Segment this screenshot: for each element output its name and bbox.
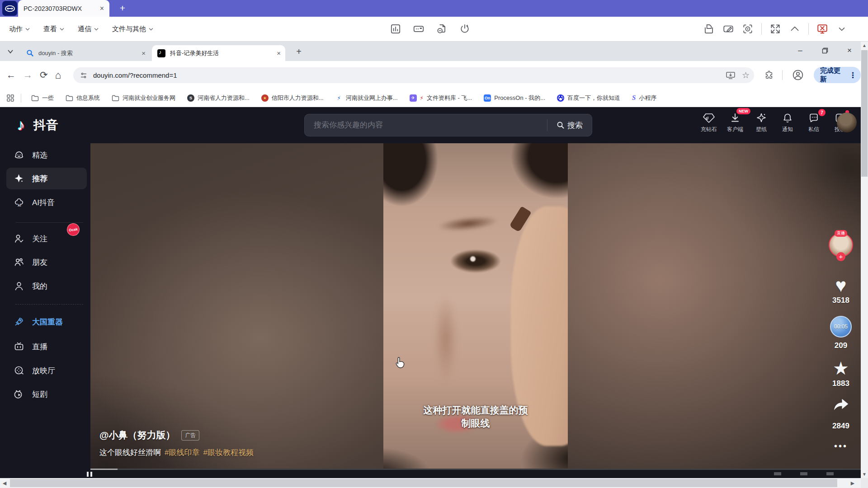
bookmark-link[interactable]: S河南省人力资源和... (184, 94, 253, 102)
scroll-down-arrow-icon[interactable]: ▼ (861, 470, 868, 478)
ad-countdown-button[interactable]: 00:05 (828, 316, 854, 338)
action-client[interactable]: NEW 客户端 (725, 112, 745, 133)
emblem-favicon-icon: ★ (261, 94, 269, 102)
video-player[interactable]: 这种打开就能直接盖的预 制眼线 (383, 143, 568, 469)
scroll-left-arrow-icon[interactable]: ◀ (0, 478, 9, 488)
reload-button[interactable]: ⟳ (40, 70, 48, 80)
scroll-right-arrow-icon[interactable]: ▶ (848, 478, 857, 488)
action-messages[interactable]: 7 私信 (804, 112, 824, 133)
bookmark-link[interactable]: 百度一下，你就知道 (553, 94, 624, 102)
sidebar-item-shorts[interactable]: 短剧 (14, 384, 88, 404)
file-box-icon[interactable] (703, 23, 715, 35)
file-transfer-icon[interactable] (436, 23, 448, 35)
window-close-button[interactable]: × (838, 42, 861, 60)
forward-button[interactable]: → (23, 70, 33, 80)
window-restore-button[interactable] (814, 42, 836, 60)
restart-icon[interactable] (459, 23, 471, 35)
tab-close-icon[interactable]: × (277, 49, 281, 57)
menu-files-extras[interactable]: 文件与其他 (112, 25, 153, 33)
install-app-icon[interactable] (726, 71, 736, 80)
remote-keyboard-icon[interactable] (413, 23, 425, 35)
new-tab-button[interactable]: + (293, 46, 305, 57)
diamond-icon (703, 113, 715, 123)
annotate-icon[interactable] (722, 23, 734, 35)
bookmark-link[interactable]: ⚡河南就业网上办事... (332, 94, 401, 102)
more-options-button[interactable]: ••• (828, 441, 854, 450)
bookmark-link[interactable]: OnProcessOn - 我的... (480, 94, 549, 102)
player-right-controls[interactable] (774, 472, 834, 475)
processon-favicon-icon: On (484, 94, 491, 102)
performance-chart-icon[interactable] (390, 23, 401, 35)
bookmark-folder[interactable]: 一些 (28, 94, 57, 102)
user-avatar[interactable] (837, 113, 857, 132)
extensions-icon[interactable] (764, 70, 774, 80)
sidebar-item-friends[interactable]: 朋友 (14, 252, 88, 272)
bookmark-link[interactable]: ✈⚡文件资料库 - 飞... (406, 94, 476, 102)
site-info-icon[interactable] (80, 71, 88, 80)
horizontal-scrollbar[interactable]: ◀ ▶ (0, 478, 868, 488)
sidebar-item-daguozhongqi[interactable]: 大国重器 (14, 312, 88, 332)
back-button[interactable]: ← (6, 70, 16, 80)
share-button[interactable] (828, 396, 854, 412)
session-tab[interactable]: PC-20230703RDWX × (18, 0, 109, 17)
action-recharge[interactable]: 充钻石 (699, 112, 719, 133)
tab-search-button[interactable] (5, 46, 16, 57)
douyin-brand[interactable]: ♪♪♪ 抖音 (17, 116, 59, 134)
follow-icon (14, 233, 24, 244)
bookmark-link[interactable]: ★信阳市人力资源和... (258, 94, 327, 102)
video-feed[interactable]: 这种打开就能直接盖的预 制眼线 @小鼻（努力版） 广告 这个眼线好丝滑啊#眼线印… (90, 143, 861, 469)
close-session-icon[interactable] (816, 23, 828, 35)
sidebar-item-live[interactable]: 直播 (14, 337, 88, 357)
session-options-chevron-icon[interactable] (836, 23, 848, 35)
bookmark-folder[interactable]: 河南就业创业服务网 (108, 94, 179, 102)
comment-count: 209 (828, 341, 854, 350)
browser-tab-douyin-search[interactable]: douyin - 搜索 × (21, 45, 150, 61)
home-button[interactable]: ⌂ (55, 69, 61, 81)
menu-communicate[interactable]: 通信 (78, 25, 99, 33)
url-text[interactable]: douyin.com/?recommend=1 (93, 71, 726, 79)
follow-plus-button[interactable]: + (836, 252, 845, 261)
bookmark-star-icon[interactable]: ☆ (742, 70, 750, 80)
sidebar-item-mine[interactable]: 我的 (14, 276, 88, 296)
action-notifications[interactable]: 通知 (778, 112, 797, 133)
sidebar-item-recommend[interactable]: 推荐 (14, 169, 88, 188)
like-button[interactable]: ♥ (828, 276, 854, 295)
menu-view[interactable]: 查看 (43, 25, 64, 33)
video-author[interactable]: @小鼻（努力版） (99, 429, 175, 441)
chrome-update-chip[interactable]: 完成更新 ⋮ (814, 67, 861, 83)
hashtag-link[interactable]: #眼线印章 (165, 448, 199, 457)
action-wallpaper[interactable]: 壁纸 (751, 112, 771, 133)
vertical-scrollbar-thumb[interactable] (861, 50, 868, 177)
globe-favicon-icon: S (187, 94, 194, 102)
video-progress-track[interactable] (90, 469, 861, 470)
new-session-button[interactable]: + (116, 1, 129, 15)
bookmark-folder[interactable]: 信息系统 (62, 94, 104, 102)
scroll-up-arrow-icon[interactable]: ▲ (861, 42, 868, 49)
sidebar-item-following[interactable]: 关注 Ocak (14, 229, 88, 249)
bookmark-link[interactable]: S小程序 (628, 94, 660, 102)
sidebar-item-cinema[interactable]: 放映厅 (14, 361, 88, 380)
window-minimize-button[interactable]: – (789, 42, 811, 60)
fullscreen-icon[interactable] (769, 23, 781, 35)
rail-author-avatar[interactable]: 直播 + (828, 233, 854, 257)
horizontal-scrollbar-thumb[interactable] (10, 479, 837, 487)
menu-actions[interactable]: 动作 (9, 25, 30, 33)
search-input[interactable] (305, 121, 547, 130)
screenshot-icon[interactable] (742, 23, 754, 35)
sidebar-item-ai-douyin[interactable]: AI AI抖音 (14, 192, 88, 212)
url-bar[interactable]: douyin.com/?recommend=1 ☆ (73, 67, 754, 83)
apps-grid-icon[interactable] (6, 94, 14, 102)
search-button[interactable]: 搜索 (547, 114, 592, 136)
browser-tab-douyin-active[interactable]: ♪ 抖音-记录美好生活 × (152, 45, 285, 61)
browser-menu-icon[interactable]: ⋮ (849, 71, 857, 79)
sidebar-item-featured[interactable]: 精选 (14, 145, 88, 165)
douyin-page: ♪♪♪ 抖音 搜索 充钻石 NEW 客户端 壁 (0, 107, 861, 478)
vertical-scrollbar[interactable]: ▲ ▼ (861, 42, 868, 478)
tab-close-icon[interactable]: × (142, 49, 146, 57)
favorite-button[interactable]: ★ (828, 359, 854, 377)
hashtag-link[interactable]: #眼妆教程视频 (203, 448, 253, 457)
pause-icon[interactable] (87, 472, 92, 477)
session-close-icon[interactable]: × (100, 5, 104, 13)
profile-icon[interactable] (792, 69, 804, 81)
collapse-toolbar-icon[interactable] (789, 23, 801, 35)
